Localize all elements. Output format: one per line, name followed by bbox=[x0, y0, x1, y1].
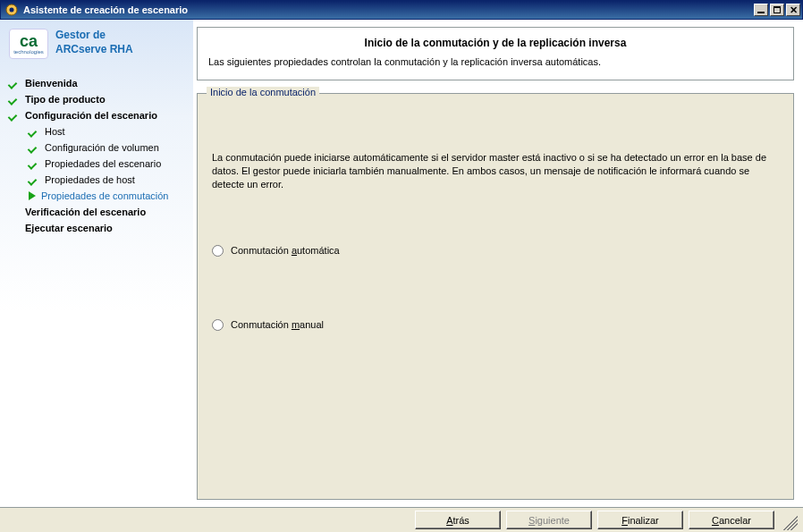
nav-step-label: Configuración de volumen bbox=[45, 142, 159, 153]
groupbox-legend: Inicio de la conmutación bbox=[207, 87, 319, 97]
nav-step: Ejecutar escenario bbox=[9, 220, 186, 236]
nav-step-label: Ejecutar escenario bbox=[25, 223, 113, 233]
nav-step: Configuración de volumen bbox=[9, 139, 186, 156]
brand-text: Gestor de ARCserve RHA bbox=[55, 29, 133, 56]
radio-auto-switchover[interactable] bbox=[212, 245, 224, 257]
switchover-groupbox: Inicio de la conmutación La conmutación … bbox=[197, 93, 794, 500]
minimize-button[interactable] bbox=[754, 4, 768, 16]
nav-step: Propiedades de conmutación bbox=[9, 188, 186, 204]
radio-manual-switchover-row: Conmutación manual bbox=[212, 319, 779, 331]
nav-step: Bienvenida bbox=[9, 75, 186, 91]
nav-step: Host bbox=[9, 123, 186, 139]
wizard-footer: Atrás Siguiente Finalizar Cancelar bbox=[0, 507, 803, 532]
window-title: Asistente de creación de escenario bbox=[23, 4, 752, 15]
nav-step-label: Bienvenida bbox=[25, 78, 78, 89]
svg-point-1 bbox=[10, 8, 14, 13]
radio-auto-switchover-label[interactable]: Conmutación automática bbox=[231, 245, 340, 256]
nav-step: Propiedades del escenario bbox=[9, 156, 186, 172]
nav-step-label: Propiedades de conmutación bbox=[41, 190, 168, 201]
groupbox-description: La conmutación puede iniciarse automátic… bbox=[212, 151, 779, 191]
check-icon bbox=[29, 126, 39, 137]
check-icon bbox=[29, 174, 39, 185]
nav-step: Tipo de producto bbox=[9, 91, 186, 107]
check-icon bbox=[9, 110, 20, 121]
radio-auto-switchover-row: Conmutación automática bbox=[212, 245, 779, 257]
next-button[interactable]: Siguiente bbox=[506, 511, 592, 529]
nav-step: Verificación del escenario bbox=[9, 204, 186, 220]
app-icon bbox=[4, 3, 19, 17]
nav-step: Propiedades de host bbox=[9, 172, 186, 188]
blank-icon bbox=[9, 223, 20, 233]
resize-grip[interactable] bbox=[783, 516, 798, 530]
brand-logo: ca technologies bbox=[9, 29, 48, 59]
wizard-nav: ca technologies Gestor de ARCserve RHA B… bbox=[0, 20, 193, 507]
check-icon bbox=[29, 158, 39, 169]
content-subtitle: Las siguientes propiedades controlan la … bbox=[208, 56, 782, 67]
titlebar: Asistente de creación de escenario ✕ bbox=[0, 0, 803, 20]
content-title: Inicio de la conmutación y de la replica… bbox=[208, 37, 782, 49]
blank-icon bbox=[9, 207, 20, 217]
maximize-button[interactable] bbox=[770, 4, 784, 16]
close-button[interactable]: ✕ bbox=[786, 4, 800, 16]
nav-step-label: Configuración del escenario bbox=[25, 110, 157, 121]
arrow-icon bbox=[29, 191, 36, 200]
back-button[interactable]: Atrás bbox=[415, 511, 501, 529]
radio-manual-switchover[interactable] bbox=[212, 319, 224, 331]
nav-step-label: Propiedades del escenario bbox=[45, 158, 161, 169]
nav-step: Configuración del escenario bbox=[9, 107, 186, 123]
radio-manual-switchover-label[interactable]: Conmutación manual bbox=[231, 319, 324, 330]
finish-button[interactable]: Finalizar bbox=[597, 511, 683, 529]
nav-step-label: Verificación del escenario bbox=[25, 207, 146, 217]
nav-step-label: Propiedades de host bbox=[45, 174, 135, 185]
brand-block: ca technologies Gestor de ARCserve RHA bbox=[9, 29, 186, 59]
content-header: Inicio de la conmutación y de la replica… bbox=[197, 27, 794, 80]
cancel-button[interactable]: Cancelar bbox=[689, 511, 774, 529]
check-icon bbox=[9, 78, 20, 89]
nav-step-label: Host bbox=[45, 126, 65, 137]
nav-step-label: Tipo de producto bbox=[25, 94, 106, 105]
check-icon bbox=[29, 142, 39, 153]
wizard-content: Inicio de la conmutación y de la replica… bbox=[193, 20, 803, 507]
check-icon bbox=[9, 94, 20, 105]
